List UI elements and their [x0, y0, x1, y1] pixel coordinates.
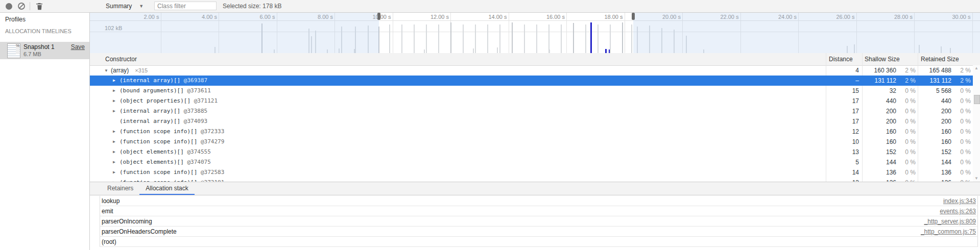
- expand-icon[interactable]: ▶: [113, 137, 119, 147]
- stack-frame-row[interactable]: lookupindex.js:343: [100, 196, 978, 206]
- shallow-size-percent: 0 %: [896, 116, 916, 127]
- allocation-bar: [487, 24, 488, 53]
- distance-value: 13: [826, 147, 859, 157]
- table-row[interactable]: ▶(object elements)[] @374555131520 %1520…: [90, 147, 973, 157]
- distance-value: 5: [826, 157, 859, 167]
- selection-handle-right[interactable]: [632, 13, 635, 20]
- sidebar-item-snapshot-1[interactable]: % Snapshot 1 Save 6.7 MB: [0, 42, 89, 59]
- column-header-retained-size[interactable]: Retained Size: [921, 53, 959, 65]
- table-row[interactable]: (internal array)[] @374093172000 %2000 %: [90, 116, 973, 127]
- table-row[interactable]: ▶(function scope info)[] @374279101600 %…: [90, 137, 973, 147]
- constructor-name: (function scope info)[]: [119, 138, 197, 145]
- timeline-tick-label: 16.00 s: [533, 14, 565, 20]
- tab-allocation-stack[interactable]: Allocation stack: [139, 182, 194, 195]
- shallow-size-percent: 0 %: [896, 137, 916, 147]
- column-header-constructor[interactable]: Constructor: [105, 53, 137, 65]
- constructor-cell: ▶(object elements)[] @374555: [113, 147, 211, 157]
- shallow-size-percent: 2 %: [896, 76, 916, 86]
- allocation-bar: [561, 24, 562, 53]
- table-row[interactable]: ▼(array)×3154160 3602 %165 4882 %: [90, 65, 973, 76]
- shallow-size-value: 440: [862, 96, 896, 106]
- constructor-cell: ▶(internal array)[] @373885: [113, 106, 207, 116]
- shallow-size-percent: 0 %: [896, 178, 916, 182]
- constructor-cell: ▶(function scope info)[] @372583: [113, 167, 224, 178]
- allocation-bar: [585, 24, 586, 53]
- allocation-bar: [426, 24, 427, 53]
- stack-frame-row[interactable]: (root): [100, 237, 978, 247]
- allocation-bar: [536, 24, 537, 53]
- sidebar: Profiles ALLOCATION TIMELINES % Snapshot…: [0, 13, 90, 250]
- table-row[interactable]: ▶(object properties)[] @371121174400 %44…: [90, 96, 973, 106]
- column-header-shallow-size[interactable]: Shallow Size: [865, 53, 900, 65]
- expand-icon[interactable]: ▶: [113, 76, 119, 86]
- table-row[interactable]: ▶(internal array)[] @369387–131 1122 %13…: [90, 76, 973, 86]
- shallow-size-value: 160: [862, 137, 896, 147]
- stack-frame-row[interactable]: parserOnIncoming_http_server.js:809: [100, 216, 978, 227]
- perspective-select[interactable]: Summary ▼: [106, 0, 144, 12]
- retained-size-value: 160: [918, 127, 951, 137]
- table-row[interactable]: ▶(bound arguments)[] @37361115320 %5 568…: [90, 86, 973, 96]
- constructor-cell: ▶(object elements)[] @374075: [113, 157, 211, 167]
- table-scrollbar[interactable]: ▲ ▼: [973, 65, 980, 182]
- timeline-tick-label: 14.00 s: [475, 14, 507, 20]
- shallow-size-percent: 0 %: [896, 127, 916, 137]
- scroll-down-icon[interactable]: ▼: [973, 176, 980, 182]
- save-link[interactable]: Save: [71, 43, 85, 51]
- table-row[interactable]: ▶(internal array)[] @373885172000 %2000 …: [90, 106, 973, 116]
- table-row[interactable]: ▶(function scope info)[] @372333121600 %…: [90, 127, 973, 137]
- expand-icon[interactable]: ▶: [113, 167, 119, 178]
- tab-retainers[interactable]: Retainers: [101, 182, 139, 195]
- stack-frame-function: lookup: [102, 196, 119, 206]
- scrollbar-thumb[interactable]: [974, 95, 980, 104]
- class-filter-input[interactable]: [154, 2, 217, 10]
- allocation-bar: [622, 22, 623, 53]
- source-location-link[interactable]: events.js:263: [940, 206, 976, 216]
- shallow-size-value: 136: [862, 178, 896, 182]
- distance-value: 12: [826, 127, 859, 137]
- stack-frame-row[interactable]: parserOnHeadersComplete_http_common.js:7…: [100, 227, 978, 237]
- table-row[interactable]: ▶(function scope info)[] @373181131360 %…: [90, 178, 973, 182]
- table-row[interactable]: ▶(function scope info)[] @372583141360 %…: [90, 167, 973, 178]
- shallow-size-percent: 0 %: [896, 106, 916, 116]
- expand-icon[interactable]: ▶: [113, 106, 119, 116]
- constructor-cell: (internal array)[] @374093: [113, 116, 207, 127]
- allocation-bar: [512, 22, 513, 53]
- allocation-bar: [450, 22, 451, 53]
- allocation-bar: [473, 48, 474, 53]
- instance-count: ×315: [135, 67, 148, 73]
- trash-icon[interactable]: [35, 2, 43, 10]
- constructor-cell: ▶(function scope info)[] @373181: [113, 178, 224, 182]
- allocation-bar: [524, 24, 525, 53]
- object-id: @369387: [180, 77, 207, 84]
- timeline-gridline: [393, 13, 393, 53]
- expand-icon[interactable]: ▶: [113, 178, 119, 182]
- expand-icon[interactable]: ▶: [113, 147, 119, 157]
- constructor-name: (bound arguments)[]: [119, 87, 184, 94]
- constructor-name: (object elements)[]: [119, 148, 184, 155]
- allocation-bar: [497, 47, 498, 53]
- selection-handle-left[interactable]: [377, 13, 380, 20]
- stack-frame-row[interactable]: emitevents.js:263: [100, 206, 978, 216]
- source-location-link[interactable]: _http_common.js:75: [921, 227, 976, 237]
- deselected-range-left: [90, 13, 379, 53]
- expand-icon[interactable]: ▶: [113, 157, 119, 167]
- retained-size-value: 144: [918, 157, 951, 167]
- column-header-distance[interactable]: Distance: [829, 53, 853, 65]
- scroll-up-icon[interactable]: ▲: [973, 65, 980, 71]
- retained-size-percent: 0 %: [951, 147, 971, 157]
- expand-icon[interactable]: ▶: [113, 96, 119, 106]
- source-location-link[interactable]: index.js:343: [943, 196, 976, 206]
- allocation-timeline-overview[interactable]: 102 kB 2.00 s4.00 s6.00 s8.00 s10.00 s12…: [90, 13, 980, 53]
- expand-icon[interactable]: ▶: [113, 127, 119, 137]
- expand-icon[interactable]: ▶: [113, 86, 119, 96]
- stack-frame-function: (root): [102, 237, 116, 247]
- table-row[interactable]: ▶(object elements)[] @37407551440 %1440 …: [90, 157, 973, 167]
- retained-size-value: 152: [918, 147, 951, 157]
- record-icon[interactable]: [6, 3, 12, 10]
- source-location-link[interactable]: _http_server.js:809: [924, 216, 976, 227]
- collapse-icon[interactable]: ▼: [104, 66, 111, 76]
- clear-icon[interactable]: [17, 2, 26, 10]
- allocation-bar: [401, 24, 402, 53]
- allocation-bar: [573, 23, 574, 53]
- allocation-bar: [389, 24, 390, 53]
